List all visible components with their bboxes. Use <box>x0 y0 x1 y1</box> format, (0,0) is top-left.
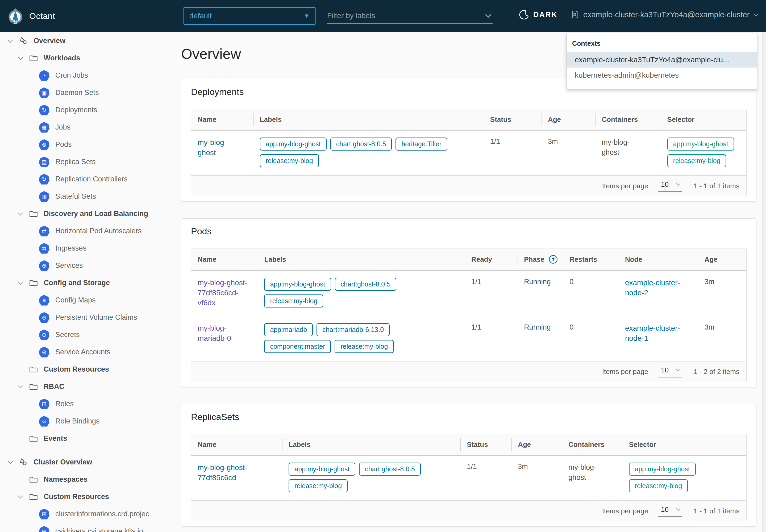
chevron-down-icon[interactable] <box>16 213 24 215</box>
label-tag: app:my-blog-ghost <box>264 278 331 291</box>
sidebar-item-cluster-custom-resources[interactable]: Custom Resources <box>0 488 168 505</box>
page-size-select[interactable]: 10 <box>658 505 682 517</box>
sidebar-item-rbac[interactable]: RBAC <box>0 378 168 395</box>
column-header-name: Name <box>191 109 253 130</box>
sidebar-item-workloads[interactable]: Workloads <box>0 49 168 67</box>
sidebar-item-horizontal-pod-autoscalers[interactable]: ⇄ Horizontal Pod Autoscalers <box>0 222 168 240</box>
k8s-hpa-icon: ⇄ <box>39 226 49 236</box>
filter-funnel-icon[interactable] <box>549 255 558 264</box>
sidebar-item-replica-sets[interactable]: ▤ Replica Sets <box>0 153 168 171</box>
sidebar-item-config-and-storage[interactable]: Config and Storage <box>0 274 168 292</box>
label-filter-input[interactable] <box>327 11 465 20</box>
cluster-icon <box>570 10 579 19</box>
scrollbar[interactable] <box>762 32 766 532</box>
column-header-age: Age <box>511 434 562 455</box>
context-selector-button[interactable]: example-cluster-ka3TuTzYo4a@example-clus… <box>570 10 758 19</box>
table-header-row: Name Labels Ready Phase <box>191 248 746 271</box>
chevron-down-icon[interactable] <box>6 461 14 463</box>
node-link[interactable]: example-cluster-node-1 <box>625 323 692 343</box>
sidebar-item-daemon-sets[interactable]: ▣ Daemon Sets <box>0 84 168 101</box>
column-header-ready: Ready <box>465 248 518 271</box>
sidebar-item-discovery-and-load-balancing[interactable]: Discovery and Load Balancing <box>0 205 168 222</box>
caret-down-icon: ▼ <box>304 13 310 19</box>
pod-name-link[interactable]: my-blog-mariadb-0 <box>198 323 251 343</box>
sidebar-item-namespaces[interactable]: Namespaces <box>0 471 168 488</box>
app-title: Octant <box>29 11 55 21</box>
pods-card-title: Pods <box>191 226 747 236</box>
sidebar-item-config-maps[interactable]: ≡ Config Maps <box>0 292 168 309</box>
moon-icon <box>519 10 529 20</box>
contexts-dropdown-title: Contexts <box>567 33 757 52</box>
k8s-pvc-icon: ⊜ <box>39 312 49 323</box>
chevron-down-icon[interactable] <box>16 386 24 388</box>
chevron-down-icon[interactable] <box>6 40 14 42</box>
sidebar-item-stateful-sets[interactable]: ▥ Stateful Sets <box>0 188 168 205</box>
label-tag: heritage:Tiller <box>396 138 447 151</box>
containers-cell: my-blog-ghost <box>568 463 606 483</box>
label-tag: release:my-blog <box>264 294 323 307</box>
folder-icon <box>29 278 38 288</box>
context-menu-item[interactable]: kubernetes-admin@kubernetes <box>567 68 757 83</box>
k8s-roles-icon: ⊡ <box>39 399 49 409</box>
k8s-configmaps-icon: ≡ <box>39 295 49 306</box>
chevron-down-icon[interactable] <box>16 496 24 498</box>
namespace-select[interactable]: default ▼ <box>183 7 316 25</box>
sidebar-item-cron-jobs[interactable]: ◔ Cron Jobs <box>0 67 168 84</box>
k8s-replicasets-icon: ▤ <box>39 157 49 167</box>
chevron-down-icon[interactable] <box>16 57 24 59</box>
status-cell: 1/1 <box>484 130 542 175</box>
table-row: my-blog-ghost-77df85c6cd-vf6dx app:my-bl… <box>191 271 746 316</box>
table-row: my-blog-ghost app:my-blog-ghost chart:gh… <box>191 130 746 175</box>
items-per-page-label: Items per page <box>602 507 648 515</box>
sidebar-item-cluster-overview[interactable]: Cluster Overview <box>0 454 168 471</box>
label-tag: release:my-blog <box>260 154 319 167</box>
sidebar-item-secrets[interactable]: ⊙ Secrets <box>0 326 168 343</box>
sidebar-item-persistent-volume-claims[interactable]: ⊜ Persistent Volume Claims <box>0 309 168 326</box>
k8s-replicationcontrollers-icon: ↻ <box>39 174 49 185</box>
label-tag: release:my-blog <box>289 479 348 492</box>
sidebar-item-deployments[interactable]: ↻ Deployments <box>0 101 168 119</box>
age-cell: 3m <box>698 271 746 316</box>
selector-tag: app:my-blog-ghost <box>629 463 696 476</box>
replicasets-card: ReplicaSets Name Labels Status Age Conta… <box>181 404 756 526</box>
age-cell: 3m <box>542 130 595 175</box>
sidebar-item-pods[interactable]: ⊚ Pods <box>0 136 168 153</box>
context-menu-item-selected[interactable]: example-cluster-ka3TuTzYo4a@example-clu.… <box>567 52 757 68</box>
pod-name-link[interactable]: my-blog-ghost-77df85c6cd-vf6dx <box>198 278 251 308</box>
chevron-down-icon[interactable] <box>485 12 492 18</box>
k8s-crd-icon: ⊞ <box>39 509 49 519</box>
sidebar-item-ingresses[interactable]: ⇆ Ingresses <box>0 240 168 257</box>
node-link[interactable]: example-cluster-node-2 <box>625 278 692 298</box>
table-header-row: Name Labels Status Age Containers Select… <box>191 434 746 455</box>
label-tag: component:master <box>264 340 331 353</box>
column-header-age: Age <box>698 248 746 271</box>
sidebar-item-custom-resources[interactable]: Custom Resources <box>0 361 168 378</box>
sidebar-item-services[interactable]: ⊕ Services <box>0 257 168 274</box>
chevron-down-icon <box>754 11 759 16</box>
sidebar-item-service-accounts[interactable]: ⊛ Service Accounts <box>0 343 168 361</box>
ready-cell: 1/1 <box>465 271 518 316</box>
replicaset-name-link[interactable]: my-blog-ghost-77df85c6cd <box>198 463 276 483</box>
page-size-select[interactable]: 10 <box>658 180 682 192</box>
label-tag: app:my-blog-ghost <box>260 138 327 151</box>
deployments-table: Name Labels Status Age Containers Select… <box>191 109 747 196</box>
sidebar-nav: Overview Workloads ◔ Cron Jobs ▣ Daemon … <box>0 32 168 532</box>
k8s-statefulsets-icon: ▥ <box>39 191 49 202</box>
k8s-jobs-icon: ▦ <box>39 122 49 133</box>
theme-toggle-button[interactable]: DARK <box>519 10 557 20</box>
sidebar-item-clusterinformations-crd[interactable]: ⊞ clusterinformations.crd.projec <box>0 505 168 523</box>
folder-icon <box>29 209 38 219</box>
sidebar-item-replication-controllers[interactable]: ↻ Replication Controllers <box>0 171 168 188</box>
chevron-down-icon[interactable] <box>16 282 24 284</box>
sidebar-item-events[interactable]: Events <box>0 430 168 447</box>
sidebar-item-roles[interactable]: ⊡ Roles <box>0 395 168 413</box>
sidebar-item-role-bindings[interactable]: ∞ Role Bindings <box>0 413 168 430</box>
sidebar-item-overview[interactable]: Overview <box>0 32 168 49</box>
sidebar-item-csidrivers-crd[interactable]: ⊞ csidrivers.csi.storage.k8s.io <box>0 523 168 532</box>
column-header-containers: Containers <box>595 109 661 130</box>
column-header-status: Status <box>484 109 542 130</box>
chevron-down-icon <box>676 181 681 186</box>
page-size-select[interactable]: 10 <box>658 366 682 377</box>
sidebar-item-jobs[interactable]: ▦ Jobs <box>0 119 168 136</box>
deployment-name-link[interactable]: my-blog-ghost <box>198 138 238 158</box>
